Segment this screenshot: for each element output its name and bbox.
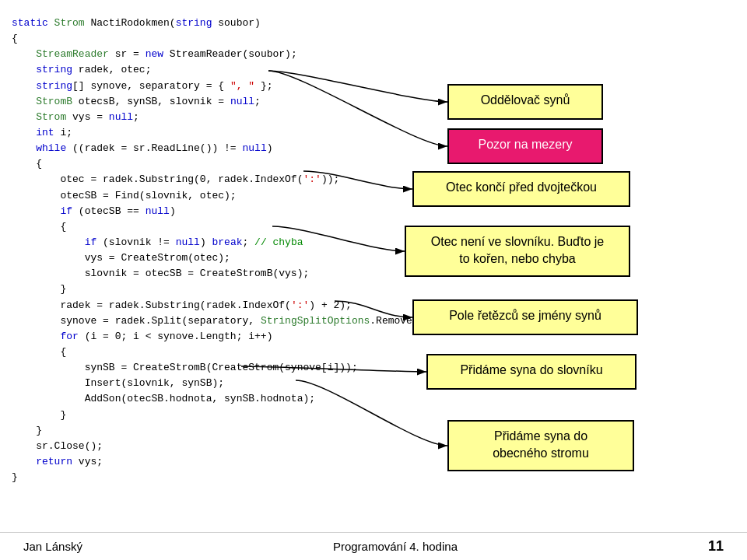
- footer-page: 11: [708, 538, 724, 555]
- code-line: }: [12, 470, 440, 485]
- code-line: int i;: [12, 125, 440, 141]
- footer: Jan Lánský Programování 4. hodina 11: [0, 532, 747, 560]
- code-line: slovnik = otecSB = CreateStromB(vys);: [12, 266, 440, 282]
- code-line: if (otecSB == null): [12, 204, 440, 219]
- code-line: synSB = CreateStromB(CreateStrom(synove[…: [12, 360, 440, 376]
- annotation-anno5: Pole řetězců se jmény synů: [412, 299, 638, 335]
- code-line: static Strom NactiRodokmen(string soubor…: [12, 16, 440, 31]
- code-line: synove = radek.Split(separatory, StringS…: [12, 313, 440, 329]
- code-line: while ((radek = sr.ReadLine()) != null): [12, 141, 440, 156]
- annotation-anno4: Otec není ve slovníku. Buďto jeto kořen,…: [405, 226, 630, 277]
- annotation-anno6: Přidáme syna do slovníku: [426, 354, 637, 390]
- code-line: }: [12, 423, 440, 439]
- annotation-anno2: Pozor na mezery: [447, 128, 603, 164]
- code-line: otecSB = Find(slovnik, otec);: [12, 188, 440, 204]
- code-line: {: [12, 156, 440, 172]
- annotation-anno1: Oddělovač synů: [447, 84, 603, 120]
- code-line: {: [12, 31, 440, 47]
- code-line: vys = CreateStrom(otec);: [12, 250, 440, 266]
- code-line: radek = radek.Substring(radek.IndexOf(':…: [12, 298, 440, 313]
- code-line: {: [12, 345, 440, 360]
- code-line: sr.Close();: [12, 439, 440, 454]
- code-line: }: [12, 408, 440, 423]
- code-line: AddSon(otecSB.hodnota, synSB.hodnota);: [12, 391, 440, 407]
- code-block: static Strom NactiRodokmen(string soubor…: [0, 8, 451, 493]
- code-line: {: [12, 219, 440, 235]
- annotation-anno7: Přidáme syna doobecného stromu: [447, 420, 634, 471]
- code-line: for (i = 0; i < synove.Length; i++): [12, 329, 440, 345]
- code-line: otec = radek.Substring(0, radek.IndexOf(…: [12, 172, 440, 187]
- code-line: return vys;: [12, 454, 440, 470]
- code-line: }: [12, 282, 440, 297]
- footer-left: Jan Lánský: [23, 540, 82, 553]
- annotation-anno3: Otec končí před dvojtečkou: [412, 171, 630, 207]
- code-line: if (slovnik != null) break; // chyba: [12, 235, 440, 250]
- code-line: StreamReader sr = new StreamReader(soubo…: [12, 47, 440, 62]
- code-line: string[] synove, separatory = { ", " };: [12, 79, 440, 94]
- code-line: StromB otecsB, synSB, slovnik = null;: [12, 94, 440, 110]
- code-line: Strom vys = null;: [12, 110, 440, 125]
- code-line: Insert(slovnik, synSB);: [12, 376, 440, 391]
- code-line: string radek, otec;: [12, 62, 440, 78]
- footer-center: Programování 4. hodina: [333, 540, 458, 553]
